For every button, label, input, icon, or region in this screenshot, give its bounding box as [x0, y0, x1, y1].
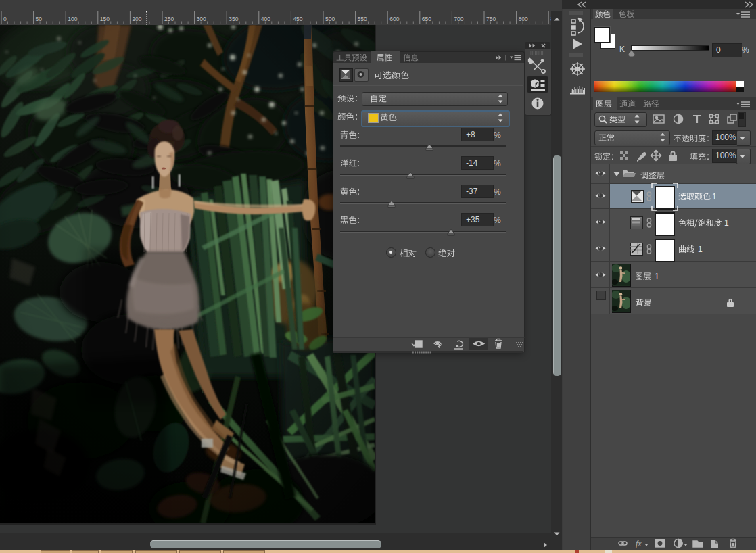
svg-text:450: 450	[293, 16, 302, 22]
svg-text:800: 800	[519, 16, 528, 22]
svg-text:150: 150	[100, 16, 110, 22]
svg-text:350: 350	[229, 16, 238, 22]
svg-text:fx: fx	[636, 539, 642, 548]
svg-text:100: 100	[68, 16, 77, 22]
svg-text:700: 700	[454, 16, 463, 22]
svg-text:650: 650	[422, 16, 431, 22]
svg-text:550: 550	[358, 16, 367, 22]
svg-text:200: 200	[132, 16, 141, 22]
svg-text:400: 400	[261, 16, 270, 22]
svg-text:50: 50	[36, 16, 43, 22]
svg-text:300: 300	[197, 16, 206, 22]
svg-text:500: 500	[325, 16, 335, 22]
svg-text:0: 0	[3, 16, 7, 22]
svg-text:750: 750	[486, 16, 496, 22]
svg-text:250: 250	[164, 16, 174, 22]
svg-text:600: 600	[389, 16, 399, 22]
